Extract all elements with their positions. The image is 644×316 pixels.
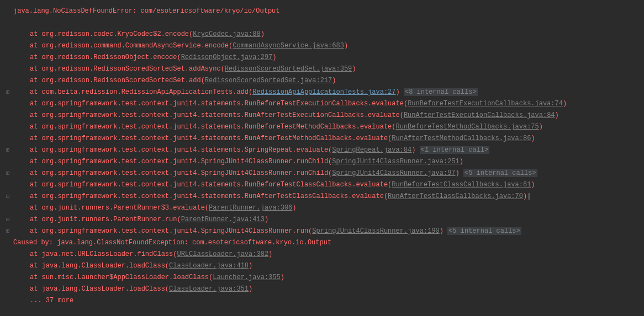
- source-link[interactable]: RedissonScoredSortedSet.java:359: [225, 65, 352, 73]
- paren-close: ): [352, 65, 356, 73]
- line-content: at org.springframework.test.context.juni…: [11, 133, 535, 144]
- line-content: java.lang.NoClassDefFoundError: com/esot…: [11, 6, 279, 17]
- stacktrace-line: at java.lang.ClassLoader.loadClass(Class…: [0, 260, 644, 272]
- paren-close: ): [268, 250, 272, 258]
- paren-close: ): [440, 227, 444, 235]
- stackframe-method: at org.springframework.test.context.juni…: [13, 111, 400, 119]
- paren-close: ): [456, 169, 460, 177]
- line-content: ... 37 more: [11, 295, 73, 307]
- source-link[interactable]: RedissonObject.java:297: [181, 53, 273, 61]
- source-link[interactable]: RunAfterTestExecutionCallbacks.java:84: [404, 111, 555, 119]
- paren-close: ): [249, 262, 252, 270]
- source-link[interactable]: URLClassLoader.java:382: [177, 250, 268, 258]
- stacktrace-line: ⊞at org.springframework.test.context.jun…: [0, 144, 644, 156]
- stacktrace-line: at org.redisson.RedissonObject.encode(Re…: [0, 52, 644, 63]
- stacktrace-line: at sun.misc.Launcher$AppClassLoader.load…: [0, 272, 644, 283]
- stackframe-method: at org.springframework.test.context.juni…: [13, 146, 328, 154]
- stacktrace-line: ⊞at org.springframework.test.context.jun…: [0, 226, 644, 237]
- paren-close: ): [281, 274, 284, 281]
- paren-close: ): [396, 88, 400, 96]
- source-link[interactable]: SpringRepeat.java:84: [332, 146, 411, 154]
- line-content: Caused by: java.lang.ClassNotFoundExcept…: [11, 237, 331, 249]
- source-link[interactable]: CommandAsyncService.java:683: [233, 42, 344, 50]
- stacktrace-line: java.lang.NoClassDefFoundError: com/esot…: [0, 6, 644, 17]
- paren-close: ): [539, 123, 543, 131]
- paren-close: ): [563, 100, 567, 108]
- line-content: at org.junit.runners.ParentRunner$3.eval…: [11, 202, 297, 214]
- line-content: at java.net.URLClassLoader.findClass(URL…: [11, 249, 272, 260]
- paren-close: ): [460, 158, 463, 165]
- fold-expand-icon[interactable]: ⊞: [4, 168, 11, 179]
- paren-open: (: [177, 53, 181, 61]
- source-link[interactable]: ParentRunner.java:306: [209, 204, 292, 212]
- paren-open: (: [205, 204, 209, 212]
- source-link[interactable]: SpringJUnit4ClassRunner.java:97: [332, 169, 455, 177]
- line-content: at org.redisson.codec.KryoCodec$2.encode…: [11, 29, 265, 40]
- stacktrace-line: Caused by: java.lang.ClassNotFoundExcept…: [0, 237, 644, 249]
- line-content: at com.beita.redission.RedissionApiAppli…: [11, 87, 478, 98]
- source-link[interactable]: Launcher.java:355: [213, 274, 280, 281]
- internal-calls-badge[interactable]: <1 internal call>: [420, 146, 489, 154]
- stackframe-method: at java.lang.ClassLoader.loadClass: [13, 262, 165, 270]
- source-link[interactable]: RunAfterTestClassCallbacks.java:70: [388, 192, 523, 200]
- line-content: at org.redisson.RedissonObject.encode(Re…: [11, 52, 277, 63]
- paren-close: ): [344, 42, 348, 50]
- internal-calls-badge[interactable]: <5 internal calls>: [447, 227, 521, 235]
- stacktrace-line: [0, 17, 644, 29]
- stacktrace-line: at org.springframework.test.context.juni…: [0, 133, 644, 144]
- source-link[interactable]: ClassLoader.java:351: [169, 285, 249, 293]
- fold-collapse-icon[interactable]: ⊟: [4, 214, 11, 226]
- paren-close: ): [411, 146, 415, 154]
- source-link[interactable]: ParentRunner.java:413: [181, 216, 265, 223]
- stackframe-method: at org.redisson.RedissonObject.encode: [13, 53, 177, 61]
- stacktrace-line: at org.redisson.RedissonScoredSortedSet.…: [0, 75, 644, 87]
- line-content: at org.springframework.test.context.juni…: [11, 98, 567, 110]
- stacktrace-line: at org.springframework.test.context.juni…: [0, 110, 644, 121]
- stackframe-method: at org.junit.runners.ParentRunner.run: [13, 216, 177, 223]
- source-link[interactable]: ClassLoader.java:418: [169, 262, 249, 270]
- line-content: at org.springframework.test.context.juni…: [11, 144, 489, 156]
- line-content: at org.springframework.test.context.juni…: [11, 191, 531, 202]
- stackframe-method: at org.springframework.test.context.juni…: [13, 181, 388, 189]
- stacktrace-line: ⊞at org.springframework.test.context.jun…: [0, 168, 644, 179]
- stacktrace-console: java.lang.NoClassDefFoundError: com/esot…: [0, 6, 644, 307]
- stackframe-method: at java.lang.ClassLoader.loadClass: [13, 285, 165, 293]
- source-link[interactable]: RedissonScoredSortedSet.java:217: [205, 77, 332, 84]
- stackframe-method: at org.redisson.RedissonScoredSortedSet.…: [13, 77, 201, 84]
- more-frames: ... 37 more: [13, 297, 73, 304]
- fold-expand-icon[interactable]: ⊞: [4, 87, 11, 98]
- stacktrace-line: at org.redisson.RedissonScoredSortedSet.…: [0, 63, 644, 75]
- paren-open: (: [392, 123, 395, 131]
- stackframe-method: at org.springframework.test.context.juni…: [13, 135, 388, 142]
- source-link[interactable]: SpringJUnit4ClassRunner.java:251: [332, 158, 459, 165]
- source-link[interactable]: KryoCodec.java:88: [193, 30, 260, 38]
- line-content: at sun.misc.Launcher$AppClassLoader.load…: [11, 272, 284, 283]
- line-content: at org.redisson.RedissonScoredSortedSet.…: [11, 63, 356, 75]
- internal-calls-badge[interactable]: <5 internal calls>: [463, 169, 537, 177]
- line-content: at org.springframework.test.context.juni…: [11, 226, 521, 237]
- source-link[interactable]: RunBeforeTestMethodCallbacks.java:75: [396, 123, 539, 131]
- stacktrace-line: at org.springframework.test.context.juni…: [0, 179, 644, 191]
- stacktrace-line: at java.net.URLClassLoader.findClass(URL…: [0, 249, 644, 260]
- stacktrace-line: at org.redisson.codec.KryoCodec$2.encode…: [0, 29, 644, 40]
- source-link[interactable]: RunBeforeTestClassCallbacks.java:61: [392, 181, 531, 189]
- stackframe-method: at org.redisson.codec.KryoCodec$2.encode: [13, 30, 189, 38]
- paren-close: ): [332, 77, 336, 84]
- fold-expand-icon[interactable]: ⊞: [4, 226, 11, 237]
- stackframe-method: at org.springframework.test.context.juni…: [13, 158, 328, 165]
- stackframe-method: at org.redisson.command.CommandAsyncServ…: [13, 42, 229, 50]
- internal-calls-badge[interactable]: <8 internal calls>: [404, 88, 478, 96]
- stackframe-method: at org.springframework.test.context.juni…: [13, 169, 328, 177]
- fold-expand-icon[interactable]: ⊞: [4, 144, 11, 156]
- source-link[interactable]: RedissionApiApplicationTests.java:27: [252, 88, 395, 96]
- source-link[interactable]: RunBeforeTestExecutionCallbacks.java:74: [408, 100, 563, 108]
- source-link[interactable]: RunAfterTestMethodCallbacks.java:86: [392, 135, 531, 142]
- stackframe-method: at java.net.URLClassLoader.findClass: [13, 250, 173, 258]
- fold-wrap-icon[interactable]: ⊟: [4, 191, 11, 202]
- line-content: at org.springframework.test.context.juni…: [11, 179, 535, 191]
- exception-header: java.lang.NoClassDefFoundError: com/esot…: [13, 7, 279, 15]
- line-content: at java.lang.ClassLoader.loadClass(Class…: [11, 283, 252, 295]
- paren-open: (: [165, 285, 169, 293]
- paren-close: ): [261, 30, 265, 38]
- source-link[interactable]: SpringJUnit4ClassRunner.java:190: [312, 227, 439, 235]
